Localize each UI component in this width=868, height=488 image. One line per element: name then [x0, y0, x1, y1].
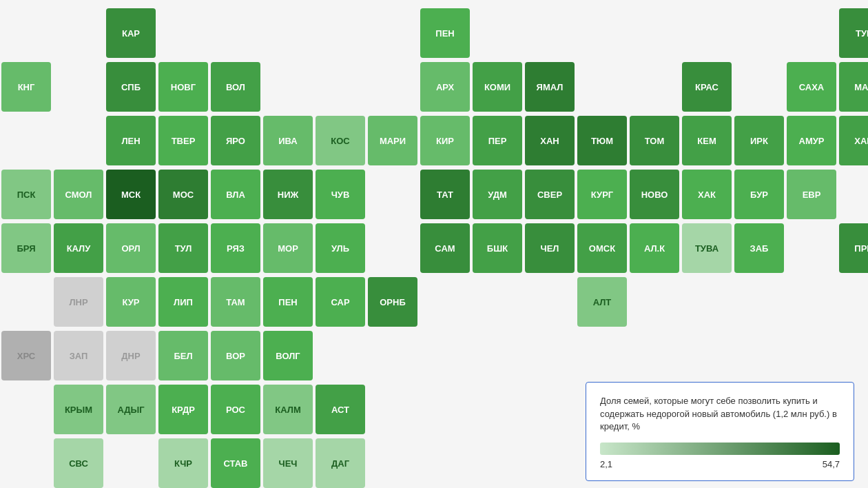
cell-3-9: УДМ: [473, 170, 522, 219]
cell-2-10: ХАН: [525, 116, 575, 165]
cell-3-3: МОС: [158, 170, 208, 219]
cell-3-2: МСК: [106, 170, 156, 219]
cell-3-4: ВЛА: [211, 170, 260, 219]
cell-5-4: ТАМ: [211, 277, 260, 327]
cell-5-3: ЛИП: [158, 277, 208, 327]
cell-3-1: СМОЛ: [54, 170, 103, 219]
cell-1-0: КНГ: [1, 62, 51, 112]
cell-3-12: НОВО: [630, 170, 679, 219]
cell-1-13: КРАС: [682, 62, 732, 112]
legend-min: 2,1: [600, 459, 612, 469]
cell-2-14: ИРК: [734, 116, 784, 165]
cell-4-8: САМ: [420, 223, 470, 273]
cell-4-3: ТУЛ: [158, 223, 208, 273]
cell-6-0: ХРС: [1, 331, 51, 380]
cell-1-2: СПБ: [106, 62, 156, 112]
cell-4-13: ТУВА: [682, 223, 732, 273]
cell-1-16: МАГ: [839, 62, 868, 112]
grid-row-5: ЛНРКУРЛИПТАМПЕНСАРОРНБАЛТ: [0, 276, 868, 328]
grid-row-0: КАРПЕНТУК: [0, 7, 868, 59]
cell-6-3: БЕЛ: [158, 331, 208, 380]
cell-7-1: КРЫМ: [54, 385, 103, 434]
cell-4-12: АЛ.К: [630, 223, 679, 273]
cell-4-9: БШК: [473, 223, 522, 273]
cell-2-5: ИВА: [263, 116, 313, 165]
cell-4-11: ОМСК: [577, 223, 627, 273]
cell-3-15: ЕВР: [787, 170, 836, 219]
legend-box: Доля семей, которые могут себе позволить…: [586, 382, 854, 481]
cell-3-13: ХАК: [682, 170, 732, 219]
cell-7-6: АСТ: [316, 385, 365, 434]
cell-4-4: РЯЗ: [211, 223, 260, 273]
cell-6-2: ДНР: [106, 331, 156, 380]
cell-6-4: ВОР: [211, 331, 260, 380]
map-container: КАРПЕНТУККНГСПБНОВГВОЛАРХКОМИЯМАЛКРАССАХ…: [0, 0, 868, 488]
cell-4-6: УЛЬ: [316, 223, 365, 273]
cell-1-15: САХА: [787, 62, 836, 112]
cell-4-0: БРЯ: [1, 223, 51, 273]
cell-2-13: КЕМ: [682, 116, 732, 165]
cell-0-2: КАР: [106, 8, 156, 58]
cell-4-1: КАЛУ: [54, 223, 103, 273]
cell-8-3: КЧР: [158, 438, 208, 488]
cell-1-9: КОМИ: [473, 62, 522, 112]
cell-8-4: СТАВ: [211, 438, 260, 488]
cell-3-10: СВЕР: [525, 170, 575, 219]
cell-0-8: ПЕН: [420, 8, 470, 58]
cell-7-3: КРДР: [158, 385, 208, 434]
cell-2-16: ХАБ: [839, 116, 868, 165]
cell-4-5: МОР: [263, 223, 313, 273]
cell-4-16: ПРИ: [839, 223, 868, 273]
legend-labels: 2,1 54,7: [600, 459, 840, 469]
cell-5-2: КУР: [106, 277, 156, 327]
cell-3-11: КУРГ: [577, 170, 627, 219]
grid-row-1: КНГСПБНОВГВОЛАРХКОМИЯМАЛКРАССАХАМАГКАМ: [0, 61, 868, 113]
cell-3-8: ТАТ: [420, 170, 470, 219]
cell-3-5: НИЖ: [263, 170, 313, 219]
cell-1-8: АРХ: [420, 62, 470, 112]
cell-5-6: САР: [316, 277, 365, 327]
cell-4-2: ОРЛ: [106, 223, 156, 273]
cell-2-8: КИР: [420, 116, 470, 165]
cell-6-5: ВОЛГ: [263, 331, 313, 380]
cell-7-2: АДЫГ: [106, 385, 156, 434]
cell-3-6: ЧУВ: [316, 170, 365, 219]
cell-3-0: ПСК: [1, 170, 51, 219]
cell-2-7: МАРИ: [368, 116, 417, 165]
cell-8-1: СВС: [54, 438, 103, 488]
cell-2-15: АМУР: [787, 116, 836, 165]
cell-2-12: ТОМ: [630, 116, 679, 165]
cell-4-10: ЧЕЛ: [525, 223, 575, 273]
cell-8-6: ДАГ: [316, 438, 365, 488]
grid-row-2: ЛЕНТВЕРЯРОИВАКОСМАРИКИРПЕРХАНТЮМТОМКЕМИР…: [0, 114, 868, 167]
grid-row-6: ХРСЗАПДНРБЕЛВОРВОЛГ: [0, 329, 868, 382]
legend-bar: [600, 443, 840, 455]
cell-2-2: ЛЕН: [106, 116, 156, 165]
cell-7-5: КАЛМ: [263, 385, 313, 434]
cell-4-14: ЗАБ: [734, 223, 784, 273]
cell-5-7: ОРНБ: [368, 277, 417, 327]
cell-1-4: ВОЛ: [211, 62, 260, 112]
cell-3-14: БУР: [734, 170, 784, 219]
legend-max: 54,7: [823, 459, 840, 469]
cell-5-11: АЛТ: [577, 277, 627, 327]
cell-7-4: РОС: [211, 385, 260, 434]
cell-2-4: ЯРО: [211, 116, 260, 165]
cell-0-16: ТУК: [839, 8, 868, 58]
cell-2-3: ТВЕР: [158, 116, 208, 165]
cell-8-5: ЧЕЧ: [263, 438, 313, 488]
cell-2-11: ТЮМ: [577, 116, 627, 165]
cell-1-10: ЯМАЛ: [525, 62, 575, 112]
legend-text: Доля семей, которые могут себе позволить…: [600, 395, 840, 433]
cell-5-1: ЛНР: [54, 277, 103, 327]
cell-5-5: ПЕН: [263, 277, 313, 327]
cell-2-6: КОС: [316, 116, 365, 165]
cell-1-3: НОВГ: [158, 62, 208, 112]
cell-2-9: ПЕР: [473, 116, 522, 165]
grid-row-4: БРЯКАЛУОРЛТУЛРЯЗМОРУЛЬСАМБШКЧЕЛОМСКАЛ.КТ…: [0, 222, 868, 274]
grid-row-3: ПСКСМОЛМСКМОСВЛАНИЖЧУВТАТУДМСВЕРКУРГНОВО…: [0, 168, 868, 221]
cell-6-1: ЗАП: [54, 331, 103, 380]
